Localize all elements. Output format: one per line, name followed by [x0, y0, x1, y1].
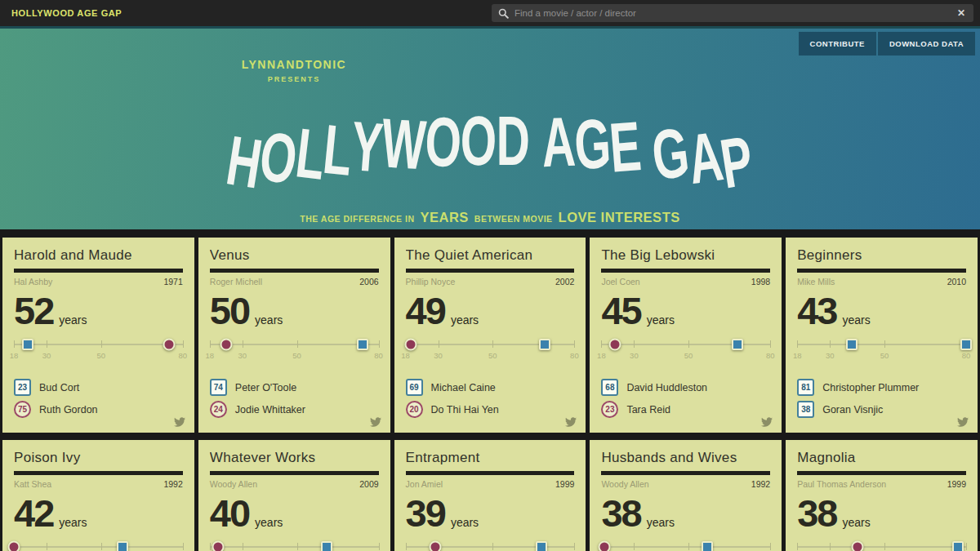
- slider-track: [14, 344, 183, 345]
- actor-name: Do Thi Hai Yen: [431, 404, 499, 415]
- slider-marker-circle: [851, 540, 863, 551]
- site-title-letter: A: [540, 107, 577, 178]
- actor-row: 69Michael Caine: [406, 379, 575, 397]
- slider-marker-circle: [598, 540, 610, 551]
- slider-tick: [634, 543, 635, 550]
- actor-row: 75Ruth Gordon: [14, 401, 183, 419]
- slider-tick-label: 18: [10, 351, 19, 360]
- age-slider: 18305080: [14, 539, 183, 551]
- movie-meta: Phillip Noyce 2002: [406, 277, 575, 287]
- slider-tick-labels: 18305080: [14, 351, 183, 361]
- age-gap: 38 years: [601, 495, 770, 532]
- slider-tick: [830, 543, 831, 550]
- slider-marker-square: [22, 339, 33, 350]
- slider-tick-label: 80: [766, 351, 775, 360]
- slider-tick: [47, 340, 47, 348]
- title-underline: [601, 471, 770, 475]
- movie-year: 1992: [163, 479, 182, 489]
- age-gap-unit: years: [842, 313, 870, 327]
- slider-tick-label: 18: [401, 351, 410, 360]
- close-icon[interactable]: ✕: [956, 7, 967, 19]
- search-bar[interactable]: ✕: [492, 4, 973, 22]
- title-underline: [210, 269, 379, 273]
- movie-title: Poison Ivy: [14, 450, 183, 466]
- movie-year: 1999: [947, 479, 966, 489]
- slider-tick: [183, 340, 184, 348]
- movie-title: Venus: [210, 247, 379, 264]
- site-title-letter: D: [497, 106, 530, 176]
- movie-director: Katt Shea: [14, 479, 51, 489]
- age-slider: 18305080: [406, 539, 575, 551]
- slider-tick-label: 18: [793, 351, 802, 360]
- slider-marker-square: [732, 339, 743, 350]
- contribute-button[interactable]: CONTRIBUTE: [799, 32, 876, 56]
- age-gap-unit: years: [451, 313, 479, 327]
- slider-tick: [688, 543, 689, 550]
- twitter-share-icon[interactable]: [956, 416, 969, 428]
- age-gap-value: 38: [601, 495, 640, 532]
- slider-tick: [574, 543, 575, 550]
- slider-tick-label: 80: [374, 351, 383, 360]
- age-slider: 18305080: [797, 539, 966, 551]
- movie-title: Harold and Maude: [14, 247, 183, 264]
- movie-meta: Roger Michell 2006: [210, 277, 379, 287]
- site-title-letter: [644, 184, 657, 186]
- slider-tick: [601, 340, 602, 348]
- slider-tick: [379, 340, 380, 348]
- actor-age-badge: 38: [797, 401, 814, 418]
- movie-meta: Paul Thomas Anderson 1999: [797, 479, 966, 489]
- movie-year: 1992: [751, 479, 770, 489]
- age-slider: 18305080: [210, 539, 379, 551]
- slider-tick-label: 50: [880, 351, 889, 360]
- age-gap-value: 42: [14, 495, 53, 532]
- movie-director: Hal Ashby: [14, 277, 52, 287]
- download-data-button[interactable]: DOWNLOAD DATA: [878, 32, 975, 56]
- movie-director: Paul Thomas Anderson: [797, 479, 886, 489]
- slider-marker-square: [321, 541, 332, 551]
- actor-row: 38Goran Visnjic: [797, 401, 966, 419]
- slider-tick-label: 18: [206, 351, 215, 360]
- actor-age-badge: 69: [406, 379, 423, 396]
- movie-grid: Harold and Maude Hal Ashby 1971 52 years…: [0, 229, 980, 551]
- title-underline: [406, 471, 575, 475]
- actor-name: Jodie Whittaker: [235, 404, 305, 415]
- age-gap-unit: years: [255, 313, 283, 327]
- age-gap-value: 49: [406, 293, 445, 330]
- slider-marker-square: [952, 541, 964, 551]
- age-gap-value: 50: [210, 293, 249, 330]
- slider-tick-label: 50: [684, 351, 693, 360]
- slider-track: [601, 546, 770, 548]
- movie-meta: Katt Shea 1992: [14, 479, 183, 489]
- slider-track: [210, 546, 379, 548]
- title-underline: [14, 269, 183, 273]
- age-slider: 18305080: [14, 336, 183, 364]
- slider-track: [210, 344, 379, 345]
- movie-meta: Mike Mills 2010: [797, 277, 966, 287]
- age-gap-unit: years: [647, 313, 675, 327]
- slider-tick: [210, 543, 211, 550]
- age-gap-unit: years: [255, 516, 283, 529]
- actor-age-badge: 74: [210, 379, 227, 396]
- title-underline: [797, 471, 966, 475]
- search-input[interactable]: [514, 8, 956, 18]
- site-logo[interactable]: HOLLYWOOD AGE GAP: [11, 8, 122, 18]
- twitter-share-icon[interactable]: [760, 416, 773, 428]
- tagline-part: BETWEEN MOVIE: [474, 214, 553, 224]
- movie-year: 2006: [359, 277, 378, 287]
- age-slider: 18305080: [601, 336, 770, 364]
- tagline-love-interests: LOVE INTERESTS: [559, 210, 680, 225]
- twitter-share-icon[interactable]: [564, 416, 577, 428]
- twitter-share-icon[interactable]: [369, 416, 382, 428]
- slider-tick: [797, 340, 798, 348]
- slider-track: [14, 546, 183, 548]
- twitter-share-icon[interactable]: [173, 416, 186, 428]
- movie-title: Beginners: [797, 247, 966, 264]
- slider-marker-circle: [220, 338, 232, 350]
- movie-meta: Woody Allen 2009: [210, 479, 379, 489]
- slider-tick: [183, 543, 184, 550]
- slider-marker-square: [702, 541, 713, 551]
- slider-marker-square: [536, 541, 547, 551]
- slider-tick: [492, 543, 493, 550]
- actor-row: 68David Huddleston: [601, 379, 770, 397]
- slider-tick-label: 30: [238, 351, 247, 360]
